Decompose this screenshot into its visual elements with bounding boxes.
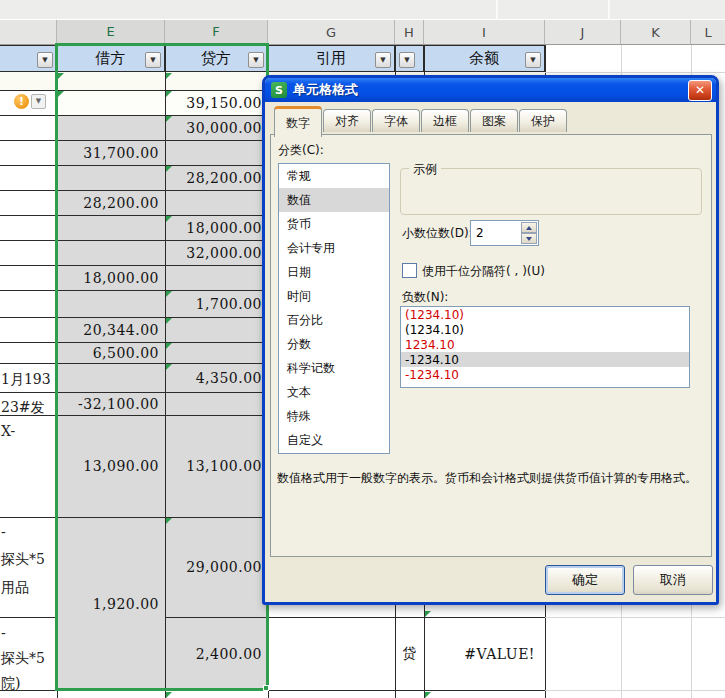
- cell-debit[interactable]: -32,100.00: [57, 392, 165, 415]
- cell-d-row15-line1[interactable]: -: [0, 519, 56, 543]
- category-item-selected[interactable]: 数值: [279, 188, 389, 212]
- filter-cell-h[interactable]: ▼: [395, 45, 424, 72]
- thousands-separator-checkbox[interactable]: [402, 263, 417, 278]
- cell-debit[interactable]: 6,500.00: [57, 342, 165, 363]
- column-header-f[interactable]: F: [165, 20, 268, 45]
- cell-flag-icon: [166, 116, 172, 122]
- category-item[interactable]: 日期: [279, 260, 389, 284]
- cell-credit[interactable]: 28,200.00: [165, 165, 268, 190]
- cell-debit[interactable]: 13,090.00: [57, 415, 165, 517]
- filter-dropdown-icon[interactable]: ▼: [145, 52, 161, 68]
- cell-d-row15-line3[interactable]: 用品: [0, 574, 56, 598]
- cell-d-row16-line3[interactable]: 院): [0, 670, 56, 694]
- cell-error-value[interactable]: #VALUE!: [424, 617, 545, 690]
- cell-debit[interactable]: 28,200.00: [57, 190, 165, 215]
- filter-cell-balance[interactable]: 余额 ▼: [424, 45, 545, 72]
- column-header-l[interactable]: L: [691, 20, 725, 45]
- category-item[interactable]: 自定义: [279, 428, 389, 452]
- dialog-titlebar[interactable]: S 单元格格式 ✕: [265, 78, 716, 102]
- filter-dropdown-icon[interactable]: ▼: [37, 52, 53, 68]
- debit-header-label: 借方: [96, 49, 126, 68]
- tab-alignment[interactable]: 对齐: [323, 109, 371, 132]
- top-strip-divider: [496, 0, 498, 20]
- category-item[interactable]: 分数: [279, 332, 389, 356]
- selection-border-left: [55, 43, 58, 691]
- cell-format-dialog: S 单元格格式 ✕ 数字 对齐 字体 边框 图案 保护 分类(C): 常规 数值…: [262, 75, 719, 605]
- selection-fill-handle[interactable]: [263, 685, 269, 691]
- category-item[interactable]: 货币: [279, 212, 389, 236]
- cell-debit[interactable]: 31,700.00: [57, 140, 165, 165]
- cell-flag-icon: [166, 291, 172, 297]
- cell-credit[interactable]: 39,150.00: [165, 90, 268, 115]
- cell-flag-icon: [166, 166, 172, 172]
- decimal-places-input[interactable]: 2: [470, 220, 539, 246]
- cell-credit[interactable]: 1,700.00: [165, 290, 268, 317]
- cell-d-row15-line2[interactable]: 探头*5: [0, 546, 56, 570]
- cell-credit[interactable]: 18,000.00: [165, 215, 268, 240]
- filter-dropdown-icon[interactable]: ▼: [525, 52, 541, 68]
- cell-d-row14[interactable]: X-: [0, 418, 56, 442]
- cell-flag-icon: [166, 518, 172, 524]
- spin-up-icon[interactable]: [521, 222, 537, 233]
- negative-option[interactable]: (1234.10): [401, 322, 689, 337]
- negative-option-selected[interactable]: -1234.10: [401, 352, 689, 367]
- cell-d-row16-line1[interactable]: -: [0, 620, 56, 644]
- category-item[interactable]: 时间: [279, 284, 389, 308]
- cell-credit[interactable]: 29,000.00: [165, 517, 268, 617]
- category-item[interactable]: 常规: [279, 164, 389, 188]
- category-listbox[interactable]: 常规 数值 货币 会计专用 日期 时间 百分比 分数 科学记数 文本 特殊 自定…: [278, 163, 390, 454]
- filter-cell-reference[interactable]: 引用 ▼: [268, 45, 395, 72]
- filter-cell-debit[interactable]: 借方 ▼: [57, 45, 165, 72]
- tab-font[interactable]: 字体: [372, 109, 420, 132]
- cell-credit[interactable]: 4,350.00: [165, 363, 268, 392]
- category-item[interactable]: 会计专用: [279, 236, 389, 260]
- column-header-j[interactable]: J: [545, 20, 621, 45]
- column-header-g[interactable]: G: [268, 20, 395, 45]
- filter-dropdown-icon[interactable]: ▼: [399, 52, 415, 68]
- dialog-title: 单元格格式: [293, 81, 688, 99]
- decimal-spinner[interactable]: [521, 222, 537, 244]
- reference-header-label: 引用: [316, 49, 346, 68]
- column-header-e[interactable]: E: [57, 20, 165, 45]
- negative-option[interactable]: 1234.10: [401, 337, 689, 352]
- cell-debit[interactable]: 18,000.00: [57, 265, 165, 290]
- negative-option[interactable]: (1234.10): [401, 307, 689, 322]
- cancel-button[interactable]: 取消: [633, 565, 713, 595]
- column-header-h[interactable]: H: [395, 20, 424, 45]
- tab-number[interactable]: 数字: [274, 106, 322, 137]
- warning-icon[interactable]: !: [14, 94, 29, 109]
- cell-flag-icon: [166, 73, 172, 79]
- cell-flag-icon: [425, 692, 431, 698]
- category-item[interactable]: 科学记数: [279, 356, 389, 380]
- negative-option[interactable]: -1234.10: [401, 367, 689, 382]
- category-item[interactable]: 百分比: [279, 308, 389, 332]
- warning-dropdown-icon[interactable]: ▼: [31, 94, 46, 109]
- cell-d-row13[interactable]: 23#发: [0, 394, 56, 414]
- cell-h-bottom[interactable]: 贷: [395, 617, 424, 690]
- filter-cell-credit[interactable]: 贷方 ▼: [165, 45, 268, 72]
- error-warning-tag[interactable]: ! ▼: [14, 93, 48, 109]
- cell-credit[interactable]: 30,000.00: [165, 115, 268, 140]
- column-header-d[interactable]: [0, 20, 57, 45]
- cell-credit[interactable]: 32,000.00: [165, 240, 268, 265]
- cell-debit[interactable]: 20,344.00: [57, 317, 165, 342]
- filter-dropdown-icon[interactable]: ▼: [248, 52, 264, 68]
- cell-credit[interactable]: 2,400.00: [165, 617, 268, 690]
- tab-border[interactable]: 边框: [421, 109, 469, 132]
- cell-debit-merged[interactable]: 1,920.00: [57, 517, 165, 690]
- filter-cell-d[interactable]: ▼: [0, 45, 57, 72]
- close-icon[interactable]: ✕: [688, 80, 712, 101]
- category-item[interactable]: 特殊: [279, 404, 389, 428]
- column-header-k[interactable]: K: [621, 20, 691, 45]
- cell-credit[interactable]: 13,100.00: [165, 415, 268, 517]
- category-item[interactable]: 文本: [279, 380, 389, 404]
- filter-dropdown-icon[interactable]: ▼: [375, 52, 391, 68]
- ok-button[interactable]: 确定: [545, 565, 625, 595]
- negative-numbers-listbox[interactable]: (1234.10) (1234.10) 1234.10 -1234.10 -12…: [400, 306, 690, 388]
- cell-d-row16-line2[interactable]: 探头*5: [0, 645, 56, 669]
- tab-pattern[interactable]: 图案: [470, 109, 518, 132]
- tab-protect[interactable]: 保护: [519, 109, 567, 132]
- column-header-i[interactable]: I: [424, 20, 545, 45]
- cell-d-row12[interactable]: 1月193: [0, 366, 56, 390]
- spin-down-icon[interactable]: [521, 233, 537, 244]
